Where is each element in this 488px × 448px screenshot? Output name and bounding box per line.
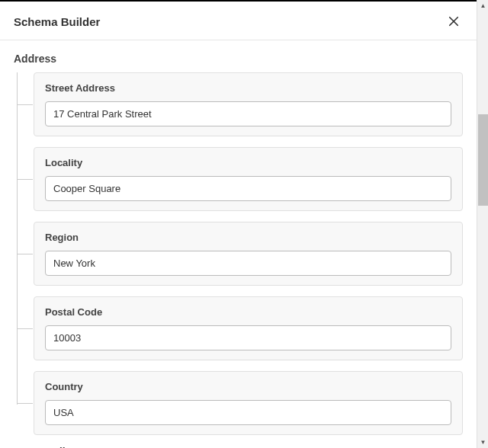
close-button[interactable] [445,12,463,30]
schema-builder-panel: Schema Builder Address Street Address Lo… [0,0,477,448]
scrollbar-thumb[interactable] [478,114,488,206]
panel-title: Schema Builder [14,15,100,28]
address-section-label: Address [14,53,463,65]
country-label: Country [45,381,451,392]
scroll-up-arrow-icon[interactable]: ▲ [477,0,488,11]
country-input[interactable] [45,400,451,425]
region-input[interactable] [45,251,451,276]
panel-content: Address Street Address Locality Region [0,40,477,448]
panel-header: Schema Builder [0,2,477,40]
close-icon [447,14,461,28]
locality-label: Locality [45,157,451,168]
vertical-scrollbar[interactable]: ▲ ▼ [477,0,488,448]
postal-code-field: Postal Code [34,296,463,360]
street-address-field: Street Address [34,72,463,136]
scroll-down-arrow-icon[interactable]: ▼ [477,437,488,448]
tree-connector [18,104,33,105]
address-section: Address Street Address Locality Region [14,53,463,435]
country-field: Country [34,371,463,435]
postal-code-label: Postal Code [45,306,451,318]
locality-input[interactable] [45,176,451,201]
locality-field: Locality [34,147,463,211]
address-tree: Street Address Locality Region Postal Co… [14,72,463,435]
region-field: Region [34,222,463,286]
tree-connector [18,179,33,180]
street-address-label: Street Address [45,82,451,94]
street-address-input[interactable] [45,101,451,126]
postal-code-input[interactable] [45,325,451,350]
tree-connector [18,403,33,404]
tree-connector [18,328,33,329]
tree-connector [18,254,33,254]
region-label: Region [45,232,451,243]
